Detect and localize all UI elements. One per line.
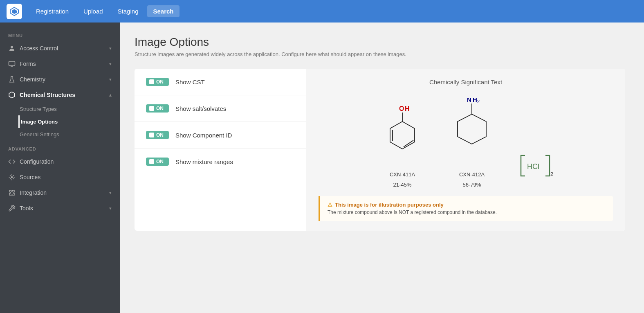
toggle-dot [149, 79, 154, 84]
nav-upload[interactable]: Upload [78, 5, 109, 17]
svg-text:H: H [473, 96, 477, 103]
svg-text:2: 2 [477, 99, 480, 104]
sidebar-item-integration[interactable]: Integration ▾ [0, 185, 120, 200]
molecules-row: O H [378, 94, 554, 188]
svg-text:2: 2 [550, 171, 553, 177]
preview-title: Chemically Significant Text [429, 79, 502, 86]
sidebar-item-access-control[interactable]: Access Control ▾ [0, 41, 120, 56]
option-row-show-cst: ON Show CST [135, 69, 306, 95]
molecule-cyclohexylamine: N H 2 CXN-412A 56-79% [443, 94, 500, 188]
sidebar-item-chemical-structures[interactable]: Chemical Structures ▴ [0, 87, 120, 103]
svg-point-8 [11, 176, 13, 178]
toggle-dot-3 [149, 133, 154, 137]
svg-point-2 [11, 46, 13, 48]
svg-text:H: H [405, 105, 410, 112]
sources-label: Sources [20, 174, 112, 180]
menu-section-label: MENU [0, 27, 120, 41]
molecule-phenol: O H [378, 102, 427, 188]
phenol-svg: O H [378, 102, 427, 167]
integration-chevron: ▾ [109, 190, 112, 196]
sidebar-item-forms[interactable]: Forms ▾ [0, 56, 120, 72]
sidebar-sub-image-options[interactable]: Image Options [18, 115, 120, 128]
svg-marker-7 [9, 92, 15, 98]
nav-registration[interactable]: Registration [30, 5, 74, 17]
advanced-section-label: ADVANCED [0, 141, 120, 154]
molecule-hcl: HCl 2 [517, 153, 554, 188]
chemistry-chevron: ▾ [109, 77, 112, 82]
toggle-show-salt[interactable]: ON [146, 104, 169, 113]
svg-marker-1 [12, 9, 17, 14]
main-layout: MENU Access Control ▾ Forms ▾ Chemistry … [0, 23, 644, 313]
access-control-chevron: ▾ [109, 46, 112, 51]
preview-area: Chemically Significant Text O H [306, 69, 625, 231]
chemical-structures-chevron: ▴ [109, 92, 112, 98]
warning-title: ⚠ This image is for illustration purpose… [328, 202, 606, 208]
svg-marker-19 [458, 114, 486, 144]
app-logo [7, 4, 22, 19]
option-label-show-cst: Show CST [175, 79, 205, 86]
svg-text:HCl: HCl [527, 162, 539, 171]
forms-label: Forms [20, 61, 105, 67]
access-control-label: Access Control [20, 45, 105, 52]
sidebar: MENU Access Control ▾ Forms ▾ Chemistry … [0, 23, 120, 313]
flask-icon [8, 76, 16, 83]
molecule-2-range: 56-79% [463, 182, 481, 188]
option-label-show-salt: Show salt/solvates [175, 105, 226, 112]
toggle-dot-4 [149, 159, 154, 164]
page-title: Image Options [135, 36, 625, 49]
warning-box: ⚠ This image is for illustration purpose… [319, 196, 613, 221]
topnav: Registration Upload Staging Search [0, 0, 644, 23]
hex-icon [8, 91, 16, 99]
warning-icon: ⚠ [328, 202, 332, 208]
wrench-icon [8, 205, 16, 212]
configuration-label: Configuration [20, 158, 112, 165]
page-subtitle: Structure images are generated widely ac… [135, 51, 625, 57]
svg-text:N: N [467, 96, 471, 103]
toggle-label-show-cst: ON [156, 79, 164, 85]
sidebar-item-chemistry[interactable]: Chemistry ▾ [0, 72, 120, 87]
toggle-label-show-component-id: ON [156, 132, 164, 138]
code-icon [8, 158, 16, 165]
svg-text:O: O [399, 105, 404, 112]
options-card: ON Show CST ON Show salt/solvates [135, 69, 625, 231]
sidebar-item-tools[interactable]: Tools ▾ [0, 200, 120, 216]
toggle-label-show-salt: ON [156, 106, 164, 111]
option-label-show-component-id: Show Component ID [175, 132, 232, 139]
integration-label: Integration [20, 189, 105, 196]
option-row-show-component-id: ON Show Component ID [135, 122, 306, 149]
toggle-show-mixture-ranges[interactable]: ON [146, 158, 169, 166]
toggle-label-show-mixture-ranges: ON [156, 159, 164, 164]
molecule-2-id: CXN-412A [459, 171, 485, 178]
svg-marker-12 [390, 122, 415, 149]
forms-chevron: ▾ [109, 61, 112, 67]
tools-chevron: ▾ [109, 206, 112, 211]
sidebar-sub-structure-types[interactable]: Structure Types [20, 103, 120, 115]
nav-search[interactable]: Search [147, 5, 179, 17]
sidebar-item-configuration[interactable]: Configuration [0, 154, 120, 169]
warning-text: The mixture compound above is NOT a regi… [328, 209, 606, 215]
sidebar-item-sources[interactable]: Sources [0, 169, 120, 185]
cyclohexylamine-svg: N H 2 [443, 94, 500, 167]
warning-title-text: This image is for illustration purposes … [335, 202, 444, 208]
option-row-show-salt: ON Show salt/solvates [135, 95, 306, 122]
toggle-dot-2 [149, 106, 154, 111]
nav-staging[interactable]: Staging [112, 5, 144, 17]
option-row-show-mixture-ranges: ON Show mixture ranges [135, 149, 306, 175]
tools-label: Tools [20, 205, 105, 212]
options-list: ON Show CST ON Show salt/solvates [135, 69, 306, 231]
monitor-icon [8, 60, 16, 68]
topnav-links: Registration Upload Staging Search [30, 5, 180, 17]
toggle-show-cst[interactable]: ON [146, 78, 169, 86]
content-inner: Image Options Structure images are gener… [135, 36, 625, 231]
user-icon [8, 45, 16, 52]
sidebar-sub-general-settings[interactable]: General Settings [20, 128, 120, 141]
content-area: Image Options Structure images are gener… [120, 23, 644, 313]
toggle-show-component-id[interactable]: ON [146, 131, 169, 139]
logo-icon [9, 7, 19, 16]
chemical-structures-label: Chemical Structures [20, 92, 105, 98]
molecule-1-id: CXN-411A [390, 171, 415, 178]
svg-rect-3 [9, 61, 15, 66]
option-label-show-mixture-ranges: Show mixture ranges [175, 158, 233, 165]
puzzle-icon [8, 189, 16, 196]
hcl-bracket-svg: HCl 2 [517, 153, 554, 178]
